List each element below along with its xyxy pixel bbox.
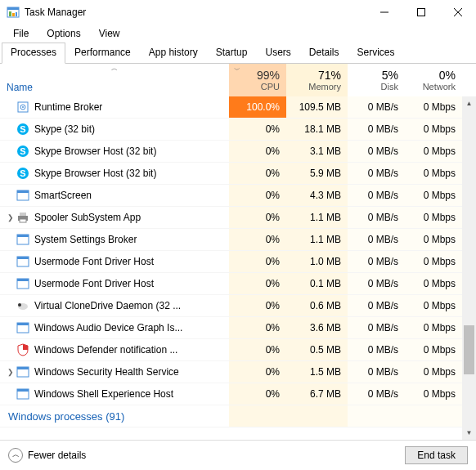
process-name: Spooler SubSystem App [34, 212, 141, 223]
process-name: Usermode Font Driver Host [34, 278, 154, 289]
process-icon: S [16, 123, 29, 136]
process-icon [16, 277, 29, 290]
cell-cpu: 0% [229, 251, 286, 272]
end-task-button[interactable]: End task [405, 446, 468, 464]
table-row[interactable]: SSkype (32 bit)0%18.1 MB0 MB/s0 Mbps [0, 119, 476, 141]
header-name-label: Name [7, 82, 33, 93]
table-row[interactable]: Virtual CloneDrive Daemon (32 ...0%0.6 M… [0, 295, 476, 317]
tab-services[interactable]: Services [348, 43, 404, 63]
tab-performance[interactable]: Performance [65, 43, 140, 63]
process-icon [16, 233, 29, 246]
process-icon [16, 211, 29, 224]
network-percent: 0% [439, 69, 456, 82]
svg-rect-2 [9, 11, 11, 16]
cell-network: 0 Mbps [405, 339, 462, 360]
scroll-down-icon[interactable]: ▼ [462, 426, 476, 440]
disk-label: Disk [381, 82, 398, 92]
process-name: Skype Browser Host (32 bit) [34, 145, 156, 157]
svg-rect-26 [17, 257, 29, 259]
cell-disk [348, 405, 405, 427]
cell-cpu: 0% [229, 339, 286, 360]
cell-disk: 0 MB/s [348, 251, 405, 272]
cell-cpu: 0% [229, 119, 286, 140]
cell-memory: 0.1 MB [286, 273, 348, 294]
menu-view[interactable]: View [91, 26, 128, 41]
cell-disk: 0 MB/s [348, 317, 405, 338]
maximize-button[interactable] [402, 0, 439, 25]
close-button[interactable] [439, 0, 476, 25]
table-row[interactable]: Runtime Broker100.0%109.5 MB0 MB/s0 Mbps [0, 96, 476, 119]
cell-cpu: 100.0% [229, 96, 286, 118]
tab-app-history[interactable]: App history [140, 43, 207, 63]
cell-memory: 3.1 MB [286, 141, 348, 162]
cell-disk: 0 MB/s [348, 339, 405, 360]
process-icon: S [16, 167, 29, 180]
svg-rect-21 [20, 213, 26, 216]
cell-network: 0 Mbps [405, 251, 462, 272]
header-name[interactable]: ︿ Name [0, 64, 229, 96]
process-name: Skype Browser Host (32 bit) [34, 168, 156, 179]
cell-network: 0 Mbps [405, 383, 462, 405]
svg-text:S: S [20, 168, 25, 178]
tab-processes[interactable]: Processes [2, 43, 65, 64]
cpu-label: CPU [261, 82, 280, 92]
header-memory[interactable]: 71% Memory [286, 64, 348, 96]
table-row[interactable]: ❯Spooler SubSystem App0%1.1 MB0 MB/s0 Mb… [0, 207, 476, 229]
cell-disk: 0 MB/s [348, 185, 405, 206]
svg-rect-4 [16, 12, 17, 16]
table-row[interactable]: Usermode Font Driver Host0%1.0 MB0 MB/s0… [0, 251, 476, 273]
table-row[interactable]: SmartScreen0%4.3 MB0 MB/s0 Mbps [0, 185, 476, 207]
cell-memory: 1.0 MB [286, 251, 348, 272]
cell-cpu: 0% [229, 163, 286, 184]
header-disk[interactable]: 5% Disk [348, 64, 405, 96]
cell-disk: 0 MB/s [348, 295, 405, 316]
process-name: Windows Audio Device Graph Is... [34, 322, 182, 333]
cell-memory [286, 405, 348, 427]
process-name: Virtual CloneDrive Daemon (32 ... [34, 300, 181, 311]
chevron-down-icon: ﹀ [234, 65, 240, 74]
minimize-button[interactable] [366, 0, 402, 25]
fewer-details-button[interactable]: ︿ Fewer details [8, 448, 86, 463]
table-row[interactable]: System Settings Broker0%1.1 MB0 MB/s0 Mb… [0, 229, 476, 251]
cpu-percent: 99% [257, 69, 280, 82]
network-label: Network [423, 82, 456, 92]
table-row[interactable]: Windows Audio Device Graph Is...0%3.6 MB… [0, 317, 476, 339]
table-row[interactable]: SSkype Browser Host (32 bit)0%3.1 MB0 MB… [0, 141, 476, 163]
tab-startup[interactable]: Startup [207, 43, 257, 63]
tab-users[interactable]: Users [256, 43, 299, 63]
scroll-thumb[interactable] [464, 325, 474, 374]
cell-cpu: 0% [229, 361, 286, 383]
cell-disk: 0 MB/s [348, 163, 405, 184]
header-cpu[interactable]: ﹀ 99% CPU [229, 64, 286, 96]
cell-cpu: 0% [229, 317, 286, 338]
window-controls [366, 0, 476, 25]
table-row[interactable]: SSkype Browser Host (32 bit)0%5.9 MB0 MB… [0, 163, 476, 185]
cell-cpu: 0% [229, 185, 286, 206]
scrollbar[interactable]: ▲ ▼ [462, 96, 476, 440]
menu-file[interactable]: File [5, 26, 37, 41]
group-row[interactable]: Windows processes (91) [0, 405, 476, 427]
cell-disk: 0 MB/s [348, 361, 405, 383]
menu-options[interactable]: Options [38, 26, 88, 41]
table-row[interactable]: Usermode Font Driver Host0%0.1 MB0 MB/s0… [0, 273, 476, 295]
cell-memory: 6.7 MB [286, 383, 348, 405]
svg-rect-36 [17, 389, 29, 392]
chevron-up-icon: ︿ [8, 448, 23, 463]
cell-cpu: 0% [229, 141, 286, 162]
cell-cpu: 0% [229, 295, 286, 316]
expand-icon[interactable]: ❯ [5, 368, 16, 376]
cell-network: 0 Mbps [405, 229, 462, 250]
footer: ︿ Fewer details End task [0, 440, 476, 469]
cell-disk: 0 MB/s [348, 119, 405, 140]
memory-percent: 71% [318, 69, 341, 82]
table-row[interactable]: ❯Windows Security Health Service0%1.5 MB… [0, 361, 476, 383]
process-list: Runtime Broker100.0%109.5 MB0 MB/s0 Mbps… [0, 96, 476, 440]
tab-details[interactable]: Details [300, 43, 348, 63]
table-row[interactable]: Windows Defender notification ...0%0.5 M… [0, 339, 476, 361]
fewer-details-label: Fewer details [28, 450, 86, 461]
expand-icon[interactable]: ❯ [5, 213, 16, 222]
scroll-up-icon[interactable]: ▲ [462, 96, 476, 110]
cell-network: 0 Mbps [405, 317, 462, 338]
header-network[interactable]: 0% Network [405, 64, 462, 96]
table-row[interactable]: Windows Shell Experience Host0%6.7 MB0 M… [0, 383, 476, 405]
